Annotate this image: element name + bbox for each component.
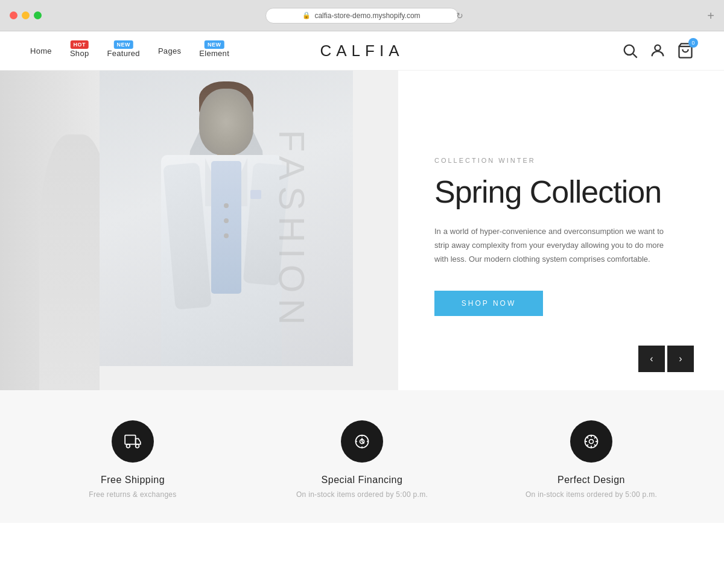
fashion-figure xyxy=(100,71,353,366)
lock-icon: 🔒 xyxy=(302,11,311,19)
element-new-badge: NEW xyxy=(205,40,224,49)
account-button[interactable] xyxy=(649,42,666,59)
svg-point-6 xyxy=(136,444,139,448)
nav-links: Home HOT Shop NEW Featured Pages NEW Ele… xyxy=(30,44,229,58)
nav-pages[interactable]: Pages xyxy=(158,46,181,55)
hero-main-image xyxy=(100,71,353,366)
nav-icons: 0 xyxy=(621,42,694,59)
feature-subtitle-design: On in-stock items ordered by 5:00 p.m. xyxy=(526,490,657,499)
search-icon xyxy=(621,42,638,59)
hero-image-area: FASHION xyxy=(0,71,398,390)
design-icon-circle xyxy=(570,420,612,463)
svg-point-2 xyxy=(655,45,660,51)
nav-shop[interactable]: HOT Shop xyxy=(70,49,89,58)
search-button[interactable] xyxy=(621,42,638,59)
svg-line-1 xyxy=(633,54,637,57)
slider-controls: ‹ › xyxy=(638,346,694,372)
feature-title-design: Perfect Design xyxy=(557,475,625,485)
refresh-button[interactable]: ↻ xyxy=(456,11,463,21)
prev-slide-button[interactable]: ‹ xyxy=(638,346,665,372)
nav-home[interactable]: Home xyxy=(30,46,52,55)
browser-chrome: 🔒 calfia-store-demo.myshopify.com ↻ + xyxy=(0,0,724,31)
maximize-dot[interactable] xyxy=(34,11,42,19)
svg-point-0 xyxy=(624,45,634,55)
feature-title-shipping: Free Shipping xyxy=(101,475,165,485)
browser-dots xyxy=(10,11,42,19)
cart-button[interactable]: 0 xyxy=(677,42,694,59)
close-dot[interactable] xyxy=(10,11,17,19)
feature-subtitle-financing: On in-stock items ordered by 5:00 p.m. xyxy=(296,490,428,499)
new-tab-button[interactable]: + xyxy=(707,10,714,22)
svg-point-5 xyxy=(127,444,130,448)
user-icon xyxy=(649,42,666,59)
hero-bg-person xyxy=(0,71,100,390)
cart-count: 0 xyxy=(688,38,698,48)
shipping-icon-circle xyxy=(112,420,154,463)
feature-title-financing: Special Financing xyxy=(322,475,403,485)
address-bar[interactable]: 🔒 calfia-store-demo.myshopify.com xyxy=(265,8,459,24)
svg-point-10 xyxy=(589,440,594,444)
shop-now-button[interactable]: SHOP NOW xyxy=(434,291,543,316)
navigation: Home HOT Shop NEW Featured Pages NEW Ele… xyxy=(0,31,724,71)
hot-badge: HOT xyxy=(70,40,89,49)
hero-description: In a world of hyper-convenience and over… xyxy=(434,224,664,267)
website-content: Home HOT Shop NEW Featured Pages NEW Ele… xyxy=(0,31,724,588)
next-slide-button[interactable]: › xyxy=(667,346,694,372)
collection-label: COLLECTION WINTER xyxy=(434,157,694,164)
featured-new-badge: NEW xyxy=(113,40,133,49)
financing-icon-circle xyxy=(341,420,383,463)
nav-featured[interactable]: NEW Featured xyxy=(107,49,139,58)
feature-subtitle-shipping: Free returns & exchanges xyxy=(89,490,176,499)
features-section: Free Shipping Free returns & exchanges S… xyxy=(0,390,724,523)
svg-rect-4 xyxy=(125,435,136,444)
nav-element[interactable]: NEW Element xyxy=(199,49,229,58)
hero-title: Spring Collection xyxy=(434,175,694,209)
financing-icon xyxy=(354,433,370,450)
feature-item-financing: Special Financing On in-stock items orde… xyxy=(247,420,477,499)
fashion-vertical-text: FASHION xyxy=(271,130,313,330)
site-logo[interactable]: CALFIA xyxy=(320,42,404,60)
url-text: calfia-store-demo.myshopify.com xyxy=(314,11,420,20)
feature-item-shipping: Free Shipping Free returns & exchanges xyxy=(18,420,247,499)
hero-section: FASHION COLLECTION WINTER Spring Collect… xyxy=(0,71,724,390)
shipping-icon xyxy=(124,433,141,450)
design-icon xyxy=(583,433,600,450)
feature-item-design: Perfect Design On in-stock items ordered… xyxy=(477,420,706,499)
minimize-dot[interactable] xyxy=(22,11,30,19)
hero-content: COLLECTION WINTER Spring Collection In a… xyxy=(398,71,724,390)
